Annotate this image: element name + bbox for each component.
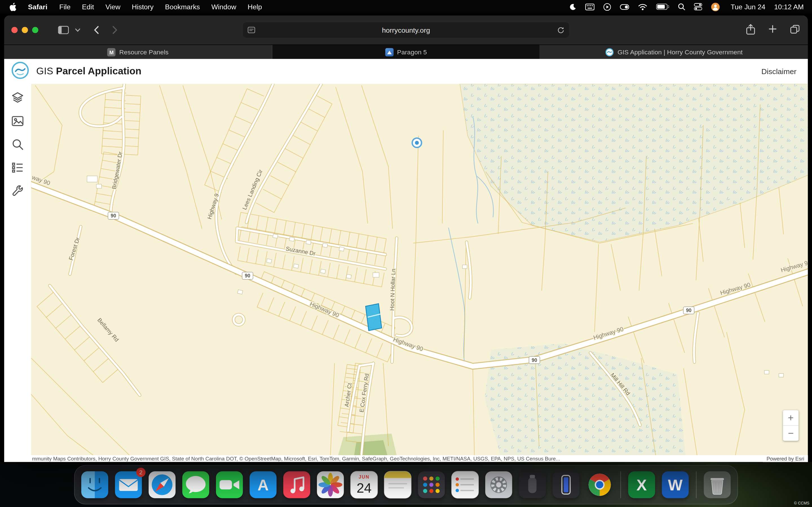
tab-bar: M Resource Panels Paragon 5 GIS Applicat…: [4, 45, 808, 59]
zoom-control: + −: [783, 410, 799, 441]
tab-paragon-5[interactable]: Paragon 5: [272, 45, 541, 59]
page-format-icon[interactable]: [248, 26, 255, 34]
page-title: GIS Parcel Application: [36, 66, 142, 77]
app-header: GIS Parcel Application Disclaimer: [4, 59, 808, 83]
menu-bar-date[interactable]: Tue Jun 24: [728, 3, 765, 11]
dock: 2 A JUN24: [74, 465, 738, 504]
chevron-down-icon[interactable]: [75, 28, 80, 32]
dock-iphone-mirroring-icon[interactable]: [552, 470, 580, 499]
dock-music-icon[interactable]: [282, 470, 311, 499]
dock-word-icon[interactable]: W: [661, 470, 690, 499]
menu-app-name[interactable]: Safari: [22, 3, 54, 11]
tab-paragon-5-icon: [385, 48, 393, 56]
dock-utility-app-icon[interactable]: [518, 470, 547, 499]
dock-calendar-icon[interactable]: JUN24: [350, 470, 378, 499]
powered-by-esri: Powered by Esri: [763, 455, 808, 462]
menu-edit[interactable]: Edit: [77, 3, 100, 11]
layers-tool-icon[interactable]: [11, 91, 24, 105]
calendar-day: 24: [357, 481, 371, 496]
dock-facetime-icon[interactable]: [215, 470, 244, 499]
menu-bookmarks[interactable]: Bookmarks: [159, 3, 206, 11]
calendar-month: JUN: [359, 474, 370, 480]
dock-notes-icon[interactable]: [383, 470, 412, 499]
wallpaper-credit: © CCMS: [794, 501, 809, 506]
forward-button[interactable]: [112, 26, 117, 34]
tab-overview-icon[interactable]: [790, 24, 800, 36]
wifi-icon[interactable]: [638, 3, 647, 10]
tab-resource-panels-icon: M: [107, 48, 116, 56]
zoom-in-button[interactable]: +: [783, 410, 799, 425]
gis-app-logo: [11, 62, 29, 81]
dark-mode-moon-icon[interactable]: [569, 3, 576, 11]
dock-mail-icon[interactable]: 2: [114, 470, 143, 499]
apple-menu-icon[interactable]: [0, 2, 22, 11]
minimize-window-button[interactable]: [22, 27, 28, 33]
menu-file[interactable]: File: [54, 3, 76, 11]
new-tab-icon[interactable]: [769, 25, 777, 35]
share-icon[interactable]: [746, 24, 755, 37]
disclaimer-link[interactable]: Disclaimer: [762, 67, 801, 75]
dock-system-settings-icon[interactable]: [484, 470, 513, 499]
tools-wrench-icon[interactable]: [11, 184, 24, 198]
dock-finder-icon[interactable]: [80, 470, 109, 499]
menu-help[interactable]: Help: [242, 3, 267, 11]
route-shield-90: 90: [111, 213, 116, 219]
route-shield-90: 90: [245, 273, 250, 279]
dock-photos-icon[interactable]: [316, 470, 345, 499]
basemap-image-tool-icon[interactable]: [11, 114, 24, 128]
keyboard-icon[interactable]: [585, 3, 594, 10]
legend-list-tool-icon[interactable]: [11, 161, 24, 174]
location-marker[interactable]: [412, 138, 421, 147]
dock-reminders-icon[interactable]: [451, 470, 479, 499]
tab-label: GIS Application | Horry County Governmen…: [617, 49, 743, 56]
screen: Safari File Edit View History Bookmarks …: [0, 0, 812, 507]
attribution-text: mmunity Maps Contributors, Horry County …: [32, 456, 560, 461]
macos-menu-bar: Safari File Edit View History Bookmarks …: [0, 0, 812, 13]
tab-gis-application[interactable]: GIS Application | Horry County Governmen…: [540, 45, 808, 59]
menu-view[interactable]: View: [100, 3, 126, 11]
dock-separator: [620, 471, 621, 498]
safari-window: horrycounty.org M Resource Panels Para: [4, 15, 808, 462]
reload-icon[interactable]: [557, 26, 564, 34]
control-center-icon[interactable]: [694, 3, 702, 10]
browser-toolbar: horrycounty.org: [4, 15, 808, 45]
zoom-out-button[interactable]: −: [783, 425, 799, 441]
excel-letter: X: [637, 476, 647, 494]
tab-resource-panels[interactable]: M Resource Panels: [4, 45, 272, 59]
display-toggle-icon[interactable]: [620, 4, 629, 10]
dock-chrome-icon[interactable]: [585, 470, 614, 499]
map-attribution-bar: mmunity Maps Contributors, Horry County …: [31, 455, 808, 462]
zoom-window-button[interactable]: [32, 27, 38, 33]
tab-label: Paragon 5: [397, 49, 427, 56]
menu-window[interactable]: Window: [206, 3, 242, 11]
map-tool-rail: [4, 84, 31, 462]
menu-history[interactable]: History: [126, 3, 159, 11]
tab-label: Resource Panels: [119, 49, 168, 56]
user-avatar[interactable]: [711, 2, 720, 11]
spotlight-search-icon[interactable]: [678, 3, 685, 10]
dock-messages-icon[interactable]: [181, 470, 210, 499]
word-letter: W: [668, 476, 682, 494]
dock-safari-icon[interactable]: [147, 470, 176, 499]
dock-trash-icon[interactable]: [703, 470, 732, 499]
dock-app-store-icon[interactable]: A: [249, 470, 278, 499]
app-store-letter: A: [257, 476, 269, 494]
map-canvas[interactable]: way 90 Bridgewater Dr Forest Dr Bellamy …: [31, 84, 808, 455]
sidebar-toggle-icon[interactable]: [58, 26, 69, 34]
map-graphics: way 90 Bridgewater Dr Forest Dr Bellamy …: [31, 84, 808, 455]
page-title-main: Parcel Application: [56, 66, 141, 76]
search-tool-icon[interactable]: [11, 138, 24, 151]
dock-excel-icon[interactable]: X: [627, 470, 656, 499]
desktop-wallpaper: © CCMS 2 A: [0, 462, 812, 507]
url-text: horrycounty.org: [382, 26, 430, 34]
menu-bar-time[interactable]: 10:12 AM: [774, 3, 804, 11]
dock-launchpad-icon[interactable]: [417, 470, 446, 499]
selected-parcel[interactable]: [366, 304, 382, 331]
back-button[interactable]: [94, 26, 99, 34]
web-content: GIS Parcel Application Disclaimer: [4, 59, 808, 462]
page-title-prefix: GIS: [36, 66, 53, 76]
now-playing-icon[interactable]: [603, 3, 611, 11]
battery-icon[interactable]: [656, 4, 669, 10]
close-window-button[interactable]: [11, 27, 17, 33]
address-bar[interactable]: horrycounty.org: [243, 22, 569, 38]
